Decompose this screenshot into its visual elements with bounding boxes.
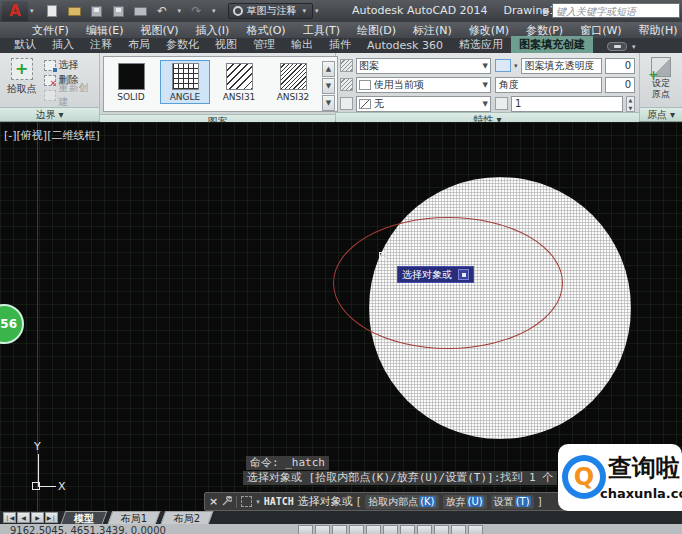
pattern-ansi31[interactable]: ANSI31	[214, 60, 264, 104]
hatch-type-dropdown[interactable]: 图案 ▼	[356, 58, 491, 74]
transparency-value-field[interactable]: 0	[605, 58, 635, 74]
tab-model[interactable]: 模型	[61, 511, 108, 524]
gallery-scroll-down-button[interactable]: ▼	[322, 78, 335, 94]
search-input[interactable]: 键入关键字或短语	[552, 3, 680, 18]
workspace-selector[interactable]: 草图与注释 ▾	[228, 3, 314, 19]
gallery-expand-button[interactable]: ▼	[322, 95, 335, 111]
new-file-button[interactable]	[44, 3, 61, 19]
tab-layout2[interactable]: 布局2	[161, 511, 214, 524]
tab-insert[interactable]: 插入	[44, 36, 82, 53]
osnap-toggle[interactable]	[366, 525, 381, 534]
option-settings[interactable]: 设置 (T)	[491, 495, 534, 509]
open-file-button[interactable]	[66, 3, 83, 19]
tab-featured-apps[interactable]: 精选应用	[451, 36, 511, 53]
app-menu-caret-icon[interactable]: ▾	[30, 7, 34, 15]
tab-output[interactable]: 输出	[283, 36, 321, 53]
hatch-color-dropdown[interactable]: 使用当前项 ▼	[356, 77, 491, 93]
menu-draw[interactable]: 绘图(D)	[357, 23, 396, 38]
printer-icon	[134, 7, 147, 16]
pattern-solid-label: SOLID	[117, 92, 144, 102]
viewport-controls[interactable]: [-][俯视][二维线框]	[4, 128, 100, 143]
ribbon-display-caret-icon: ▾	[632, 43, 636, 51]
tab-manage[interactable]: 管理	[245, 36, 283, 53]
snap-toggle[interactable]	[298, 525, 313, 534]
help-search: ▶ 键入关键字或短语	[543, 3, 680, 18]
first-layout-button[interactable]: ❘◀	[3, 512, 16, 523]
watermark-title: 查询啦	[608, 452, 680, 484]
tab-layout1[interactable]: 布局1	[108, 511, 161, 524]
close-icon[interactable]: ×	[209, 495, 218, 508]
panel-properties: 图案 ▼ 使用当前项 ▼	[336, 53, 640, 121]
ucs-x-label: X	[58, 480, 66, 493]
tab-home[interactable]: 默认	[6, 36, 44, 53]
scale-icon	[495, 97, 508, 110]
otrack-toggle[interactable]	[383, 525, 398, 534]
bracket-close: ]	[538, 495, 542, 508]
tab-parametric[interactable]: 参数化	[158, 36, 207, 53]
ribbon: + 拾取点 选择 删除 重新创建	[0, 53, 682, 122]
lwt-toggle[interactable]	[434, 525, 449, 534]
prev-layout-button[interactable]: ◀	[17, 512, 30, 523]
select-boundary-button[interactable]: 选择	[44, 58, 95, 72]
new-file-icon	[47, 5, 57, 17]
autocad-app-menu-button[interactable]: A	[2, 1, 28, 21]
dyn-toggle[interactable]	[417, 525, 432, 534]
last-layout-button[interactable]: ▶❘	[45, 512, 58, 523]
panel-label-origin[interactable]: 原点 ▾	[640, 107, 682, 121]
command-prompt-text: 选择对象或	[298, 494, 353, 509]
polar-toggle[interactable]	[349, 525, 364, 534]
recreate-boundary-button[interactable]: 重新创建	[44, 88, 95, 102]
pick-points-button[interactable]: + 拾取点	[4, 56, 40, 107]
ortho-toggle[interactable]	[332, 525, 347, 534]
red-ellipse-entity[interactable]	[333, 217, 563, 349]
hatch-pattern-gallery: SOLID ANGLE ANSI31 ANSI32	[103, 56, 338, 112]
tab-autodesk360[interactable]: Autodesk 360	[359, 38, 451, 53]
command-line-bar[interactable]: × ▾ HATCH 选择对象或 [ 拾取内部点 (K) 放弃 (U) 设置 (T…	[204, 492, 572, 511]
grid-toggle[interactable]	[315, 525, 330, 534]
tpy-toggle[interactable]	[451, 525, 466, 534]
ribbon-display-toggle[interactable]: ▾	[607, 42, 638, 51]
background-color-dropdown[interactable]: 无 ▼	[356, 96, 491, 112]
redo-button[interactable]: ↷	[188, 3, 205, 19]
gallery-scroll-up-button[interactable]: ▲	[322, 61, 335, 77]
drawing-canvas[interactable]: [-][俯视][二维线框] 56 选择对象或 Y X 命令: _hatch 选择…	[0, 122, 682, 511]
tab-hatch-creation[interactable]: 图案填充创建	[511, 36, 593, 53]
undo-button[interactable]: ↶	[154, 3, 171, 19]
search-go-icon[interactable]: ▶	[543, 6, 550, 16]
tab-plugins[interactable]: 插件	[321, 36, 359, 53]
customize-wrench-icon[interactable]	[222, 496, 232, 508]
option-pick-internal-point[interactable]: 拾取内部点 (K)	[365, 495, 438, 509]
quick-access-toolbar: ↶ ▾ ↷ ▾	[44, 3, 218, 19]
qat-options-caret-icon[interactable]: ▾	[315, 7, 319, 15]
pattern-angle[interactable]: ANGLE	[160, 60, 210, 104]
save-as-button[interactable]	[110, 3, 127, 19]
tab-layout[interactable]: 布局	[120, 36, 158, 53]
gear-icon	[233, 6, 243, 16]
scale-value-field[interactable]: 1	[511, 96, 623, 112]
panel-label-boundaries[interactable]: 边界 ▾	[0, 107, 99, 121]
menu-help[interactable]: 帮助(H)	[639, 23, 678, 38]
pattern-ansi32[interactable]: ANSI32	[268, 60, 318, 104]
tab-view[interactable]: 视图	[207, 36, 245, 53]
plot-button[interactable]	[132, 3, 149, 19]
menu-dimension[interactable]: 标注(N)	[413, 23, 452, 38]
angle-value-field[interactable]: 0	[605, 77, 635, 93]
hatch-type-value: 图案	[359, 59, 480, 73]
pattern-angle-label: ANGLE	[170, 92, 201, 102]
scale-spinner[interactable]: ▲▼	[626, 96, 635, 112]
recent-commands-caret-icon[interactable]: ▾	[256, 498, 260, 506]
hatch-command-icon[interactable]	[241, 496, 252, 507]
ducs-toggle[interactable]	[400, 525, 415, 534]
qp-toggle[interactable]	[468, 525, 483, 534]
redo-caret-icon[interactable]: ▾	[212, 7, 216, 15]
next-layout-button[interactable]: ▶	[31, 512, 44, 523]
set-origin-button[interactable]: 设定 原点	[640, 55, 682, 107]
transparency-swatch-button[interactable]	[495, 59, 511, 72]
pattern-solid[interactable]: SOLID	[106, 60, 156, 104]
save-icon	[91, 6, 102, 17]
tab-annotate[interactable]: 注释	[82, 36, 120, 53]
save-button[interactable]	[88, 3, 105, 19]
option-undo[interactable]: 放弃 (U)	[443, 495, 487, 509]
undo-caret-icon[interactable]: ▾	[178, 7, 182, 15]
transparency-caret-icon[interactable]: ▾	[514, 62, 518, 70]
